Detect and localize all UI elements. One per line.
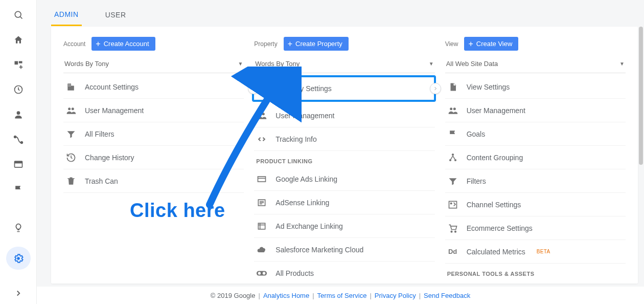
property-settings-item[interactable]: Property Settings bbox=[252, 75, 435, 102]
all-products-item[interactable]: All Products bbox=[254, 262, 434, 284]
svg-line-1 bbox=[20, 17, 22, 19]
cart-icon bbox=[447, 223, 458, 234]
footer-link-feedback[interactable]: Send Feedback bbox=[424, 292, 470, 299]
calculated-metrics-item[interactable]: Dd Calculated Metrics BETA bbox=[445, 240, 626, 264]
people-icon bbox=[65, 105, 77, 116]
menu-item-label: Goals bbox=[467, 130, 486, 138]
view-settings-item[interactable]: View Settings bbox=[445, 75, 626, 99]
search-icon[interactable] bbox=[12, 9, 25, 21]
admin-panel: Account + Create Account Words By Tony ▼… bbox=[51, 27, 638, 284]
collapse-chevron-icon[interactable] bbox=[12, 287, 25, 299]
left-nav-rail bbox=[0, 0, 37, 304]
flag-icon[interactable] bbox=[12, 184, 25, 196]
create-property-label: Create Property bbox=[295, 40, 342, 48]
svg-rect-11 bbox=[67, 83, 71, 90]
menu-item-label: Account Settings bbox=[85, 83, 139, 91]
menu-item-label: Ecommerce Settings bbox=[467, 224, 533, 232]
menu-item-label: View Settings bbox=[467, 83, 510, 91]
window-icon bbox=[256, 221, 267, 232]
flag-icon bbox=[447, 128, 458, 140]
attribution-icon[interactable] bbox=[12, 159, 25, 170]
tab-user[interactable]: USER bbox=[102, 6, 129, 25]
customization-icon[interactable] bbox=[12, 59, 25, 71]
goals-item[interactable]: Goals bbox=[445, 122, 626, 146]
personal-tools-heading: PERSONAL TOOLS & ASSETS bbox=[445, 264, 626, 280]
view-selector[interactable]: All Web Site Data ▼ bbox=[445, 56, 626, 73]
svg-point-0 bbox=[15, 12, 21, 18]
cloud-icon bbox=[256, 244, 267, 255]
plus-icon: + bbox=[96, 40, 100, 48]
menu-item-label: Calculated Metrics bbox=[467, 248, 525, 256]
funnel-icon bbox=[65, 128, 77, 140]
collapse-right-button[interactable] bbox=[430, 83, 441, 94]
create-account-button[interactable]: + Create Account bbox=[91, 37, 155, 51]
document-icon bbox=[447, 81, 458, 93]
property-selector[interactable]: Words By Tony ▼ bbox=[254, 56, 434, 73]
view-label: View bbox=[445, 40, 458, 48]
svg-rect-14 bbox=[70, 84, 71, 85]
menu-item-label: Salesforce Marketing Cloud bbox=[275, 246, 363, 254]
salesforce-linking-item[interactable]: Salesforce Marketing Cloud bbox=[254, 238, 434, 262]
list-icon bbox=[256, 197, 267, 208]
svg-rect-3 bbox=[18, 61, 22, 63]
caret-down-icon: ▼ bbox=[429, 61, 434, 67]
realtime-icon[interactable] bbox=[12, 84, 25, 96]
ad-exchange-linking-item[interactable]: Ad Exchange Linking bbox=[254, 214, 434, 238]
create-account-label: Create Account bbox=[104, 40, 149, 48]
account-selector[interactable]: Words By Tony ▼ bbox=[63, 56, 244, 73]
menu-item-label: User Management bbox=[467, 106, 525, 115]
svg-point-43 bbox=[451, 231, 452, 232]
svg-point-10 bbox=[17, 257, 20, 260]
content-grouping-item[interactable]: Content Grouping bbox=[445, 146, 626, 169]
create-property-button[interactable]: + Create Property bbox=[284, 37, 349, 51]
svg-rect-2 bbox=[14, 61, 18, 64]
property-selector-value: Words By Tony bbox=[255, 60, 300, 68]
view-user-mgmt-item[interactable]: User Management bbox=[445, 99, 626, 122]
google-ads-linking-item[interactable]: Google Ads Linking bbox=[254, 167, 434, 191]
admin-gear-icon[interactable] bbox=[6, 247, 31, 270]
account-column: Account + Create Account Words By Tony ▼… bbox=[63, 37, 244, 273]
menu-item-label: AdSense Linking bbox=[275, 199, 329, 207]
adsense-linking-item[interactable]: AdSense Linking bbox=[254, 191, 434, 214]
change-history-item[interactable]: Change History bbox=[63, 146, 244, 169]
tracking-info-item[interactable]: Tracking Info bbox=[254, 127, 434, 151]
menu-item-label: All Filters bbox=[85, 130, 114, 138]
discover-icon[interactable] bbox=[12, 222, 25, 233]
svg-point-17 bbox=[68, 107, 71, 110]
account-selector-value: Words By Tony bbox=[64, 60, 109, 68]
account-user-mgmt-item[interactable]: User Management bbox=[63, 99, 244, 122]
property-user-mgmt-item[interactable]: User Management bbox=[254, 104, 434, 127]
view-column: View + Create View All Web Site Data ▼ V… bbox=[445, 37, 626, 273]
account-settings-item[interactable]: Account Settings bbox=[63, 75, 244, 99]
ecommerce-settings-item[interactable]: Ecommerce Settings bbox=[445, 216, 626, 240]
view-filters-item[interactable]: Filters bbox=[445, 169, 626, 193]
history-icon bbox=[65, 152, 77, 163]
audience-icon[interactable] bbox=[12, 109, 25, 121]
all-filters-item[interactable]: All Filters bbox=[63, 122, 244, 146]
scrollbar[interactable] bbox=[639, 27, 643, 165]
svg-point-5 bbox=[16, 111, 20, 115]
channel-settings-item[interactable]: Channel Settings bbox=[445, 193, 626, 216]
menu-item-label: All Products bbox=[275, 269, 314, 277]
conversions-icon[interactable] bbox=[12, 134, 25, 145]
tab-admin[interactable]: ADMIN bbox=[51, 5, 82, 26]
svg-point-42 bbox=[450, 203, 452, 204]
property-label: Property bbox=[254, 40, 277, 48]
menu-item-label: Change History bbox=[85, 154, 134, 162]
svg-point-18 bbox=[72, 107, 74, 110]
code-icon bbox=[256, 134, 267, 145]
footer-link-privacy[interactable]: Privacy Policy bbox=[375, 292, 416, 299]
create-view-button[interactable]: + Create View bbox=[464, 37, 518, 51]
svg-rect-15 bbox=[68, 85, 69, 86]
home-icon[interactable] bbox=[12, 34, 25, 46]
view-selector-value: All Web Site Data bbox=[446, 60, 498, 68]
footer-link-terms[interactable]: Terms of Service bbox=[317, 292, 367, 299]
link-icon bbox=[256, 268, 267, 279]
svg-point-6 bbox=[14, 136, 16, 138]
property-column: Property + Create Property Words By Tony… bbox=[254, 37, 434, 273]
trash-can-item[interactable]: Trash Can bbox=[63, 169, 244, 193]
footer-link-analytics-home[interactable]: Analytics Home bbox=[263, 292, 309, 299]
caret-down-icon: ▼ bbox=[619, 61, 625, 67]
plus-icon: + bbox=[468, 40, 473, 48]
people-icon bbox=[447, 105, 458, 116]
